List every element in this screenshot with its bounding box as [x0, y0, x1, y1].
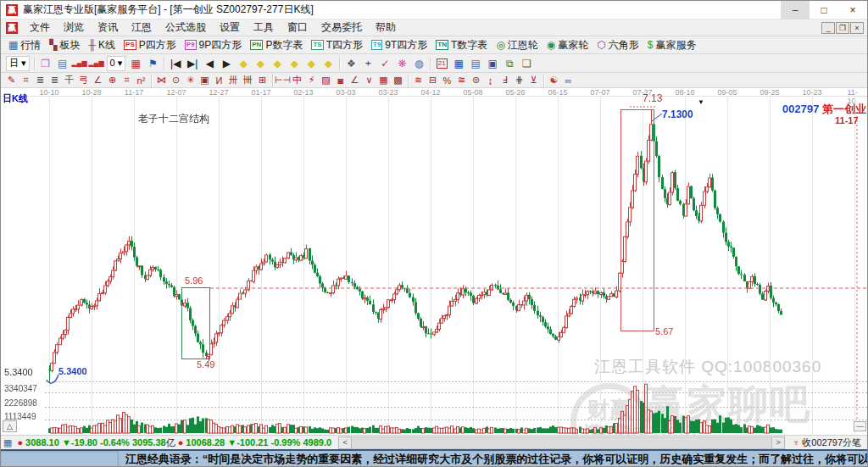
grid-edit-icon[interactable]: ▦ [127, 56, 144, 71]
web-tool-icon[interactable]: ❋ [393, 56, 410, 71]
mdi-close-button[interactable]: × [850, 22, 864, 34]
gann-diamond-all-icon[interactable]: ◆ [320, 56, 337, 71]
draw-updown-icon[interactable]: ↨ [483, 74, 498, 87]
draw-grid3-icon[interactable]: ▦ [376, 74, 391, 87]
infinity-icon[interactable]: ∞ [561, 74, 576, 87]
toolbar-9t-square-button[interactable]: T99T四方形 [367, 37, 431, 53]
draw-gold-price-icon[interactable]: ≊ [454, 74, 469, 87]
gann-diamond-down-icon[interactable]: ◆ [286, 56, 303, 71]
hand-tool-icon[interactable]: ❖ [342, 56, 359, 71]
scroll-right-arrow[interactable]: > [771, 436, 785, 449]
flag-icon[interactable]: ⚑ [144, 56, 161, 71]
menu-公式选股[interactable]: 公式选股 [159, 19, 213, 36]
draw-price-level-icon[interactable]: 干 [62, 74, 76, 87]
first-bar-icon[interactable]: |◀ [167, 56, 184, 71]
draw-pencil-icon[interactable]: ✎ [4, 74, 19, 87]
menu-工具[interactable]: 工具 [247, 19, 281, 36]
mdi-minimize-button[interactable]: _ [821, 22, 835, 34]
table-icon[interactable]: ▦ [450, 56, 467, 71]
menu-设置[interactable]: 设置 [213, 19, 247, 36]
draw-center-icon[interactable]: 中 [290, 74, 304, 87]
toolbar-p-number-button[interactable]: PNP数字表 [246, 37, 307, 53]
toolbar-t-number-button[interactable]: TNT数字表 [431, 37, 492, 53]
toolbar-hexagon-button[interactable]: ⬡六角形 [593, 37, 643, 53]
prev-bar-icon[interactable]: ◀ [201, 56, 218, 71]
draw-gold-grid-icon[interactable]: ≣ [33, 74, 47, 87]
draw-spiral-icon[interactable]: 弓 [76, 74, 91, 87]
taiji-icon[interactable]: ☯ [547, 74, 561, 87]
draw-n2-icon[interactable]: n² [134, 74, 148, 87]
gann-diamond-left-icon[interactable]: ◆ [235, 56, 252, 71]
scroll-left-arrow[interactable]: < [338, 436, 352, 449]
menu-资讯[interactable]: 资讯 [91, 19, 125, 36]
draw-mirror-icon[interactable]: ⋈ [154, 74, 169, 87]
mdi-restore-button[interactable]: ❐ [836, 22, 849, 34]
panel-minimize-button[interactable]: — [854, 421, 866, 431]
menu-帮助[interactable]: 帮助 [369, 19, 403, 36]
draw-gold-grid2-icon[interactable]: ≣ [47, 74, 62, 87]
draw-channel-icon[interactable]: ⋕ [512, 74, 526, 87]
draw-gold-circle-icon[interactable]: ⊜ [469, 74, 483, 87]
list-icon[interactable]: ▤ [467, 56, 484, 71]
link-pc-icon[interactable]: ⧉ [501, 56, 518, 71]
toolbar-p-square-button[interactable]: PSP四方形 [120, 37, 181, 53]
toolbar-9p-square-button[interactable]: P99P四方形 [181, 37, 246, 53]
calendar-icon[interactable]: 21 [433, 56, 450, 71]
draw-time-grid-icon[interactable]: ⌗ [19, 74, 33, 87]
menu-江恩[interactable]: 江恩 [125, 19, 159, 36]
draw-fence-icon[interactable]: 卅 [226, 74, 241, 87]
zoom-level-selector[interactable]: 0 ▾ [107, 56, 126, 71]
toolbar-quotes-button[interactable]: ▦行情 [4, 37, 45, 53]
draw-box-icon[interactable]: ▣ [198, 74, 212, 87]
draw-ratio-icon[interactable]: ⊟ [426, 74, 440, 87]
draw-wave-icon[interactable]: И [212, 74, 226, 87]
draw-target-icon[interactable]: ⊙ [169, 74, 183, 87]
status-scrollbar[interactable]: < > [338, 436, 785, 449]
info-ball-icon[interactable]: ◍ [410, 56, 427, 71]
next-bar-icon[interactable]: ▶ [218, 56, 235, 71]
menu-文件[interactable]: 文件 [23, 19, 57, 36]
menu-浏览[interactable]: 浏览 [57, 19, 91, 36]
gann-diamond-up-icon[interactable]: ◆ [269, 56, 286, 71]
gann-diamond-h-icon[interactable]: ◆ [303, 56, 320, 71]
crosshair-icon[interactable]: ＋ [359, 56, 376, 71]
draw-hatch-icon[interactable]: ▨ [319, 74, 333, 87]
trend-bars-icon[interactable]: ▂▄▆ [71, 56, 88, 71]
polyline-tool-icon[interactable]: ✓ [376, 56, 393, 71]
last-bar-icon[interactable]: ▶| [184, 56, 201, 71]
maximize-button[interactable]: □ [810, 1, 838, 19]
minimize-button[interactable]: – [781, 1, 810, 19]
menu-交易委托[interactable]: 交易委托 [314, 19, 369, 36]
toolbar-winner-service-button[interactable]: $赢家服务 [643, 37, 701, 53]
info-panel-icon[interactable]: ▤ [54, 56, 71, 71]
draw-trend-icon[interactable]: ⊻ [526, 74, 541, 87]
draw-star-icon[interactable]: ✳ [183, 74, 198, 87]
draw-fan-icon[interactable]: ⚡ [304, 74, 319, 87]
window-switch-icon[interactable]: ❐ [37, 56, 54, 71]
draw-span-icon[interactable]: ⊢⊣ [275, 74, 290, 87]
scroll-track[interactable] [352, 436, 771, 449]
draw-solid-icon[interactable]: ◙ [333, 74, 348, 87]
draw-percent-icon[interactable]: % [440, 74, 454, 87]
toolbar-gann-wheel-button[interactable]: ◎江恩轮 [492, 37, 542, 53]
save-icon[interactable]: ▣ [484, 56, 501, 71]
draw-circle-cross-icon[interactable]: ⊕ [105, 74, 120, 87]
close-button[interactable]: × [838, 1, 867, 19]
panel-toggle-button[interactable]: △ [3, 420, 17, 432]
draw-fence2-icon[interactable]: 卌 [241, 74, 255, 87]
gann-diamond-right-icon[interactable]: ◆ [252, 56, 269, 71]
draw-angle2-icon[interactable]: ∠ [348, 74, 362, 87]
period-day-selector[interactable]: 日 ▾ [6, 56, 30, 71]
toolbar-kline-button[interactable]: ╫K线 [85, 37, 120, 53]
toolbar-sectors-button[interactable]: ▚板块 [45, 37, 84, 53]
draw-time-div-icon[interactable]: ⌗ [120, 74, 134, 87]
trend-bars-alt-icon[interactable]: ▂▄▆ [88, 56, 105, 71]
draw-v-icon[interactable]: ∨ [362, 74, 376, 87]
draw-lines-icon[interactable]: ≋ [411, 74, 426, 87]
draw-grid-wide-icon[interactable]: ⊞ [255, 74, 270, 87]
menu-窗口[interactable]: 窗口 [281, 19, 314, 36]
draw-fibo-icon[interactable]: Ⅎ [498, 74, 512, 87]
draw-angle-ruler-icon[interactable]: ∠ [91, 74, 105, 87]
toolbar-winner-wheel-button[interactable]: ◉赢家轮 [542, 37, 593, 53]
toolbar-t-square-button[interactable]: TST四方形 [307, 37, 367, 53]
